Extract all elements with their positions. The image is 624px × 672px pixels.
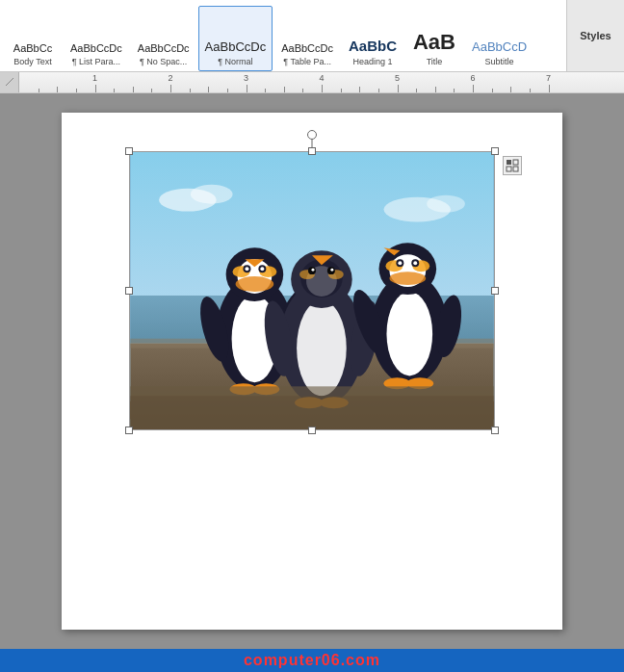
watermark-bar: computer06.com bbox=[0, 649, 624, 672]
style-item-normal[interactable]: AaBbCcDc ¶ Normal bbox=[198, 6, 273, 71]
svg-rect-60 bbox=[513, 160, 518, 165]
svg-rect-58 bbox=[130, 396, 493, 429]
style-item-title[interactable]: AaB Title bbox=[405, 6, 463, 71]
style-preview-subtitle: AaBbCcD bbox=[472, 39, 527, 55]
svg-point-20 bbox=[260, 267, 264, 271]
style-label-heading1: Heading 1 bbox=[352, 57, 392, 66]
image-container[interactable] bbox=[129, 151, 495, 430]
svg-point-35 bbox=[312, 269, 315, 271]
style-preview-no-spac: AaBbCcDc bbox=[138, 42, 190, 55]
svg-rect-61 bbox=[507, 167, 511, 171]
handle-top-right[interactable] bbox=[491, 147, 499, 155]
handle-bottom-right[interactable] bbox=[491, 426, 499, 434]
style-label-no-spac: ¶ No Spac... bbox=[140, 57, 187, 66]
document-page bbox=[62, 113, 562, 630]
style-preview-normal: AaBbCcDc bbox=[205, 39, 267, 55]
style-preview-table-pa: AaBbCcDc bbox=[281, 42, 333, 55]
style-preview-body-text: AaBbCc bbox=[13, 42, 52, 55]
svg-rect-62 bbox=[513, 167, 518, 171]
style-preview-list-para: AaBbCcDc bbox=[70, 42, 122, 55]
ruler-scale: 1234567 bbox=[19, 72, 624, 92]
styles-ribbon: AaBbCc Body Text AaBbCcDc ¶ List Para...… bbox=[0, 0, 624, 72]
style-item-heading1[interactable]: AaBbC Heading 1 bbox=[342, 6, 403, 71]
watermark-text: computer06.com bbox=[244, 652, 380, 669]
image-display bbox=[129, 151, 495, 430]
svg-point-51 bbox=[398, 261, 402, 265]
svg-point-47 bbox=[389, 271, 426, 285]
handle-bottom-center[interactable] bbox=[308, 426, 316, 434]
handle-top-left[interactable] bbox=[125, 147, 133, 155]
svg-point-19 bbox=[245, 267, 248, 271]
handle-top-center[interactable] bbox=[308, 147, 316, 155]
handle-middle-right[interactable] bbox=[491, 287, 499, 295]
svg-point-42 bbox=[386, 292, 432, 375]
svg-point-26 bbox=[297, 300, 347, 396]
style-items-container: AaBbCc Body Text AaBbCcDc ¶ List Para...… bbox=[0, 0, 566, 71]
style-item-subtitle[interactable]: AaBbCcD Subtitle bbox=[465, 6, 533, 71]
svg-point-52 bbox=[413, 261, 417, 265]
rotation-handle[interactable] bbox=[307, 130, 317, 140]
svg-point-3 bbox=[191, 185, 233, 204]
style-label-title: Title bbox=[427, 57, 443, 66]
style-item-body-text[interactable]: AaBbCc Body Text bbox=[4, 6, 62, 71]
style-label-normal: ¶ Normal bbox=[218, 57, 252, 66]
handle-middle-left[interactable] bbox=[125, 287, 133, 295]
style-label-list-para: ¶ List Para... bbox=[72, 57, 120, 66]
svg-point-15 bbox=[236, 276, 274, 292]
ruler-corner bbox=[0, 72, 19, 92]
style-label-body-text: Body Text bbox=[13, 57, 51, 66]
layout-options-button[interactable] bbox=[503, 156, 522, 175]
svg-rect-59 bbox=[507, 160, 511, 165]
style-preview-title: AaB bbox=[413, 30, 455, 55]
style-label-subtitle: Subtitle bbox=[485, 57, 514, 66]
ruler: 1234567 bbox=[0, 72, 624, 93]
style-label-table-pa: ¶ Table Pa... bbox=[283, 57, 331, 66]
style-item-table-pa[interactable]: AaBbCcDc ¶ Table Pa... bbox=[274, 6, 340, 71]
document-area bbox=[0, 93, 624, 649]
handle-bottom-left[interactable] bbox=[125, 426, 133, 434]
svg-point-5 bbox=[427, 195, 465, 213]
styles-panel-label: Styles bbox=[566, 0, 624, 71]
style-item-list-para[interactable]: AaBbCcDc ¶ List Para... bbox=[64, 6, 129, 71]
svg-point-36 bbox=[330, 269, 333, 271]
style-preview-heading1: AaBbC bbox=[349, 38, 397, 55]
style-item-no-spac[interactable]: AaBbCcDc ¶ No Spac... bbox=[131, 6, 196, 71]
